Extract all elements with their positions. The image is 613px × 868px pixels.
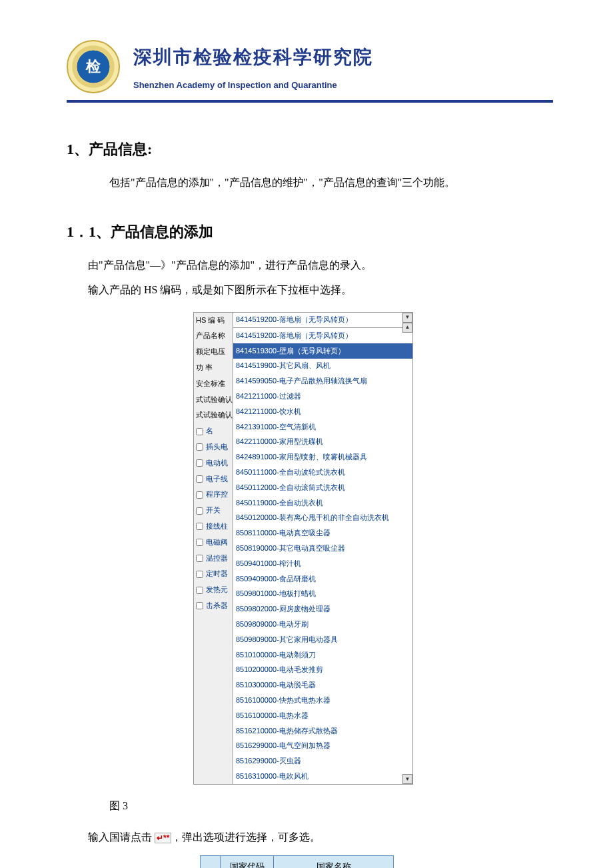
component-checkbox-row[interactable]: 定时器 xyxy=(194,566,233,582)
component-label: 插头电 xyxy=(206,441,228,454)
figure-4: 国家代码 国家名称 002大西洋群岛004阿富汗008阿尔巴尼亚010南极洲01… xyxy=(200,855,553,868)
component-label: 接线柱 xyxy=(206,520,228,533)
hs-code-option[interactable]: 8414519200-落地扇（无导风转页） xyxy=(233,328,412,343)
figure-3-caption: 图 3 xyxy=(109,797,553,816)
component-label: 名 xyxy=(206,425,213,438)
hs-code-option[interactable]: 8508190000-其它电动真空吸尘器 xyxy=(233,541,412,557)
form-label: 产品名称 xyxy=(194,328,233,344)
org-name-cn: 深圳市检验检疫科学研究院 xyxy=(133,41,373,74)
hs-code-option[interactable]: 8516100000-快热式电热水器 xyxy=(233,693,412,709)
component-label: 电子线 xyxy=(206,473,228,486)
hs-code-option[interactable]: 8414519300-壁扇（无导风转页） xyxy=(233,343,412,359)
component-checkbox-row[interactable]: 电子线 xyxy=(194,471,233,487)
hs-code-option[interactable]: 8510300000-电动脱毛器 xyxy=(233,678,412,693)
hs-code-option[interactable]: 8450112000-全自动滚筒式洗衣机 xyxy=(233,480,412,495)
hs-code-option[interactable]: 8510200000-电动毛发推剪 xyxy=(233,663,412,678)
chevron-down-icon[interactable]: ▼ xyxy=(402,313,412,323)
component-label: 定时器 xyxy=(206,567,228,581)
col-code: 国家代码 xyxy=(221,855,274,868)
form-label: HS 编 码 xyxy=(194,313,233,329)
section-1-intro: 包括"产品信息的添加"，"产品信息的维护"，"产品信息的查询"三个功能。 xyxy=(88,173,553,193)
hs-code-option[interactable]: 8450120000-装有离心甩干机的非全自动洗衣机 xyxy=(233,511,412,526)
component-checkbox[interactable] xyxy=(196,571,203,578)
component-label: 电动机 xyxy=(206,457,228,470)
hs-code-option[interactable]: 8414519900-其它风扇、风机 xyxy=(233,359,412,374)
hs-code-option[interactable]: 8516100000-电热水器 xyxy=(233,708,412,723)
fig3-field-labels: HS 编 码产品名称额定电压功 率安全标准式试验确认书编号式试验确认发证日期名插… xyxy=(194,313,233,785)
section-1-1-p1: 由"产品信息"—》"产品信息的添加"，进行产品信息的录入。 xyxy=(67,256,553,275)
component-checkbox[interactable] xyxy=(196,539,203,546)
mid-text-1: 输入国请点击 xyxy=(88,831,155,843)
component-label: 击杀器 xyxy=(206,599,228,613)
component-checkbox-row[interactable]: 温控器 xyxy=(194,551,233,567)
mid-paragraph: 输入国请点击 ↵**，弹出选项进行选择，可多选。 xyxy=(67,828,553,847)
component-checkbox[interactable] xyxy=(196,587,203,594)
component-checkbox-row[interactable]: 电磁阀 xyxy=(194,535,233,551)
component-checkbox[interactable] xyxy=(196,507,203,515)
hs-code-option[interactable]: 8450119000-全自动洗衣机 xyxy=(233,495,412,511)
hs-code-option[interactable]: 8509801000-地板打蜡机 xyxy=(233,587,412,602)
component-label: 程序控 xyxy=(206,488,228,501)
hs-code-option[interactable]: 8509409000-食品研磨机 xyxy=(233,571,412,587)
hs-code-option[interactable]: 8516310000-电吹风机 xyxy=(233,769,412,784)
component-checkbox-row[interactable]: 程序控 xyxy=(194,487,233,503)
mid-text-2: ，弹出选项进行选择，可多选。 xyxy=(171,831,320,843)
section-1-1-p2: 输入产品的 HS 编码，或是如下图所示在下拉框中选择。 xyxy=(67,281,553,300)
page-header: 深圳市检验检疫科学研究院 Shenzhen Academy of Inspect… xyxy=(67,40,553,103)
hs-code-option[interactable]: 8516210000-电热储存式散热器 xyxy=(233,723,412,739)
form-label: 安全标准 xyxy=(194,376,233,392)
component-checkbox[interactable] xyxy=(196,475,203,483)
hs-code-option[interactable]: 8509802000-厨房废物处理器 xyxy=(233,602,412,617)
component-checkbox[interactable] xyxy=(196,459,203,467)
component-checkbox-row[interactable]: 发热元 xyxy=(194,582,233,598)
org-logo-icon xyxy=(67,40,120,93)
hs-code-option[interactable]: 8422110000-家用型洗碟机 xyxy=(233,435,412,450)
org-name-en: Shenzhen Academy of Inspection and Quara… xyxy=(133,77,373,93)
form-label: 额定电压 xyxy=(194,344,233,360)
component-checkbox-row[interactable]: 击杀器 xyxy=(194,598,233,614)
hs-code-selected-value[interactable]: 8414519200-落地扇（无导风转页） xyxy=(233,313,412,329)
component-checkbox[interactable] xyxy=(196,443,203,451)
hs-code-option[interactable]: 8421391000-空气清新机 xyxy=(233,419,412,435)
component-checkbox-row[interactable]: 电动机 xyxy=(194,455,233,471)
country-select-table: 国家代码 国家名称 002大西洋群岛004阿富汗008阿尔巴尼亚010南极洲01… xyxy=(200,855,394,868)
chevron-down-icon[interactable]: ▼ xyxy=(402,774,412,784)
component-checkbox[interactable] xyxy=(196,523,203,530)
chevron-up-icon[interactable]: ▲ xyxy=(402,323,412,333)
hs-code-option[interactable]: 8421211000-过滤器 xyxy=(233,389,412,405)
component-checkbox-row[interactable]: 名 xyxy=(194,423,233,439)
figure-3: HS 编 码产品名称额定电压功 率安全标准式试验确认书编号式试验确认发证日期名插… xyxy=(193,312,553,785)
form-label: 式试验确认书编号 xyxy=(194,392,233,408)
form-label: 式试验确认发证日期 xyxy=(194,407,233,423)
component-label: 开关 xyxy=(206,504,221,517)
component-label: 电磁阀 xyxy=(206,536,228,549)
hs-code-option[interactable]: 8516299000-电气空间加热器 xyxy=(233,739,412,754)
form-label: 功 率 xyxy=(194,360,233,376)
hs-code-option[interactable]: 8450111000-全自动波轮式洗衣机 xyxy=(233,465,412,481)
hs-code-option[interactable]: 8508110000-电动真空吸尘器 xyxy=(233,526,412,541)
hs-code-option[interactable]: 8421211000-饮水机 xyxy=(233,404,412,419)
component-checkbox[interactable] xyxy=(196,602,203,609)
component-label: 温控器 xyxy=(206,552,228,565)
component-checkbox-row[interactable]: 开关 xyxy=(194,503,233,519)
col-name: 国家名称 xyxy=(274,855,394,868)
hs-code-option[interactable]: 8424891000-家用型喷射、喷雾机械器具 xyxy=(233,450,412,465)
section-1-heading: 1、产品信息: xyxy=(67,136,553,163)
hs-code-option[interactable]: 8509809000-其它家用电动器具 xyxy=(233,632,412,647)
hs-code-option[interactable]: 8509809000-电动牙刷 xyxy=(233,617,412,633)
component-checkbox[interactable] xyxy=(196,491,203,499)
hs-code-option[interactable]: 8510100000-电动剃须刀 xyxy=(233,647,412,663)
hs-code-option[interactable]: 8414599050-电子产品散热用轴流换气扇 xyxy=(233,374,412,389)
hs-code-dropdown[interactable]: ▼ ▲ ▼ 8414519200-落地扇（无导风转页）8414519200-落地… xyxy=(233,313,412,785)
component-checkbox-row[interactable]: 插头电 xyxy=(194,439,233,455)
org-title-block: 深圳市检验检疫科学研究院 Shenzhen Academy of Inspect… xyxy=(133,41,373,93)
component-checkbox[interactable] xyxy=(196,555,203,562)
hs-code-option[interactable]: 8516299000-灭虫器 xyxy=(233,754,412,769)
section-1-1-heading: 1．1、产品信息的添加 xyxy=(67,219,553,245)
component-checkbox[interactable] xyxy=(196,428,203,435)
hs-code-option[interactable]: 8509401000-榨汁机 xyxy=(233,556,412,571)
component-checkbox-row[interactable]: 接线柱 xyxy=(194,519,233,535)
enter-star-icon[interactable]: ↵** xyxy=(155,833,171,843)
col-check xyxy=(201,855,221,868)
component-label: 发热元 xyxy=(206,583,228,597)
